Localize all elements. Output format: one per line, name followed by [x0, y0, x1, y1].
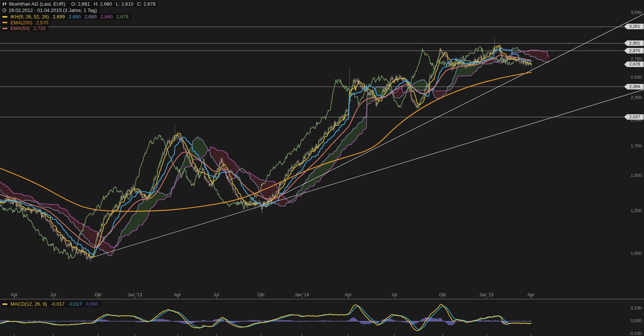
instrument-title: Muehlhan AG (Last, EUR) [9, 1, 65, 7]
price-marker-badge: 2,875 [624, 48, 644, 54]
date-range-row: 29.02.2012 - 01.04.2015 (3 Jahre, 1 Tag) [1, 7, 100, 13]
legend-row-ema200[interactable]: EMA(200)2,570 [1, 19, 51, 26]
date-range-label: 29.02.2012 - 01.04.2015 (3 Jahre, 1 Tag) [9, 7, 97, 13]
legend-value: 2,570 [36, 20, 49, 25]
legend-value: EMA(50) [10, 25, 30, 31]
price-marker-badge: 2,991 [624, 40, 644, 46]
x-tick-label: Apr [345, 292, 352, 297]
x-tick-label: Okt [439, 292, 446, 297]
x-tick-label: Jul [391, 292, 397, 297]
x-tick-label: Jan '14 [295, 292, 309, 297]
price-marker-badge: 3,261 [624, 24, 644, 29]
x-tick-label: Jan '13 [128, 292, 142, 297]
price-marker-badge: 2,037 [624, 114, 644, 120]
price-marker-badge: 2,678 [624, 61, 644, 67]
legend-value: -0,017 [51, 301, 65, 307]
candlestick-chart-icon [2, 2, 7, 6]
x-tick-label: Okt [95, 292, 102, 297]
ohlc-value: H: 2,680 [94, 1, 112, 7]
legend-row-macd[interactable]: MACD(12, 26, 9)-0,017-0,0170,000 [1, 301, 101, 307]
legend-value: 2,678 [116, 14, 129, 19]
legend-value: 2,689 [85, 14, 97, 19]
y-tick-label: 3,500- [631, 10, 643, 15]
legend-swatch-icon [2, 28, 7, 29]
legend-value: 2,699 [53, 14, 65, 19]
legend-value: 0,000 [86, 301, 98, 307]
legend-swatch-icon [2, 22, 7, 23]
legend-row-ema50[interactable]: EMA(50)2,725 [1, 25, 48, 31]
legend-value: 2,840 [100, 14, 113, 19]
legend-value: IKH(9, 26, 52, 26) [10, 14, 49, 19]
legend-swatch-icon [2, 303, 7, 305]
x-tick-label: Jul [50, 292, 56, 297]
y-tick-label: 1,000- [631, 251, 643, 255]
x-tick-label: Okt [258, 292, 265, 297]
macd-tick-label: 0,000- [631, 318, 643, 323]
legend-value: -0,017 [68, 301, 82, 307]
x-tick-label: Apr [174, 292, 181, 297]
y-tick-label: 2,750- [631, 57, 643, 61]
y-tick-label: 2,500- [631, 75, 643, 79]
x-tick-label: Apr [528, 292, 535, 297]
y-tick-label: 1,250- [631, 208, 643, 213]
x-tick-label: Jul [213, 292, 219, 297]
ohlc-value: L: 2,610 [116, 1, 133, 7]
legend-value: EMA(200) [10, 20, 33, 25]
ohlc-value: C: 2,678 [137, 1, 155, 7]
chart-window: Muehlhan AG (Last, EUR) O: 2,661H: 2,680… [0, 0, 644, 336]
legend-value: 2,725 [33, 25, 46, 31]
legend-value: MACD(12, 26, 9) [10, 301, 47, 307]
y-tick-label: 2,250- [631, 95, 643, 100]
clock-icon [2, 8, 6, 12]
legend-value: 2,680 [69, 14, 81, 19]
ohlc-values: O: 2,661H: 2,680L: 2,610C: 2,678 [67, 1, 155, 7]
macd-tick-label: 0,100- [631, 306, 643, 310]
y-tick-label: 1,500- [631, 173, 643, 178]
price-marker-badge: 2,384 [624, 84, 644, 90]
macd-tick-label: -0,100- [629, 331, 643, 336]
y-tick-label: 1,750- [631, 143, 643, 148]
instrument-header: Muehlhan AG (Last, EUR) O: 2,661H: 2,680… [1, 1, 158, 7]
x-tick-label: Apr [11, 292, 18, 297]
price-chart-canvas[interactable] [0, 0, 644, 336]
legend-swatch-icon [2, 16, 7, 18]
legend-row-ikh[interactable]: IKH(9, 26, 52, 26)2,6992,6802,6892,8402,… [1, 13, 131, 20]
x-tick-label: Jan '15 [479, 292, 493, 297]
ohlc-value: O: 2,661 [71, 1, 90, 7]
